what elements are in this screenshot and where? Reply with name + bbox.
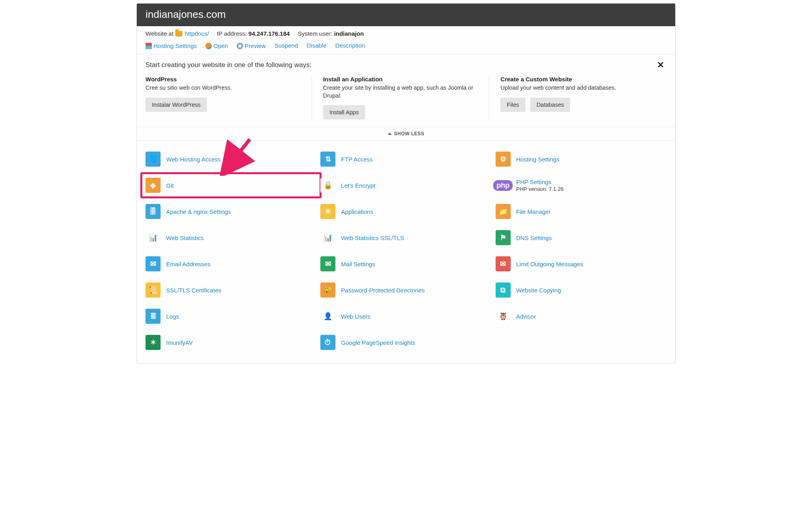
tool-label[interactable]: Web Statistics xyxy=(166,234,204,241)
gauge-icon: ⏱ xyxy=(320,335,335,350)
tool-mail-settings[interactable]: ✉ Mail Settings xyxy=(320,255,491,273)
folder-icon xyxy=(175,31,182,37)
tool-apache-nginx[interactable]: 🗄 Apache & nginx Settings xyxy=(146,203,316,220)
app-title: Install an Application xyxy=(323,76,478,83)
tool-label[interactable]: Hosting Settings xyxy=(516,156,559,163)
tool-logs[interactable]: ≣ Logs xyxy=(146,307,316,325)
shield-icon: ✶ xyxy=(146,335,161,350)
tool-email-addresses[interactable]: ✉ Email Addresses xyxy=(146,255,316,273)
sysuser-group: System user: indianajon xyxy=(298,30,364,37)
docroot-link[interactable]: httpdocs/ xyxy=(185,30,209,37)
tool-label[interactable]: Let's Encrypt xyxy=(341,182,375,189)
hosting-icon: ⚙ xyxy=(496,152,511,167)
tool-web-hosting-access[interactable]: 🌐 Web Hosting Access xyxy=(146,150,316,168)
create-wordpress: WordPress Cree su sitio web con WordPres… xyxy=(146,76,312,119)
install-apps-button[interactable]: Install Apps xyxy=(323,105,365,119)
tool-pagespeed[interactable]: ⏱ Google PageSpeed Insights xyxy=(320,334,491,351)
install-wordpress-button[interactable]: Instalar WordPress xyxy=(146,98,207,112)
toolbar-preview[interactable]: Preview xyxy=(237,42,266,49)
tool-label[interactable]: Limit Outgoing Messages xyxy=(516,261,583,267)
tool-dns-settings[interactable]: ⚑ DNS Settings xyxy=(496,229,666,246)
tool-label[interactable]: PHP Settings xyxy=(516,179,552,185)
tool-advisor[interactable]: 🦉 Advisor xyxy=(496,307,666,325)
tool-web-statistics[interactable]: 📊 Web Statistics xyxy=(146,229,316,246)
tool-git[interactable]: ◈ Git xyxy=(140,172,322,198)
sysuser-value: indianajon xyxy=(334,30,364,37)
owl-icon: 🦉 xyxy=(496,309,511,324)
toolbar-description[interactable]: Description xyxy=(335,42,365,49)
toolbar-suspend[interactable]: Suspend xyxy=(274,42,298,49)
tool-label[interactable]: Google PageSpeed Insights xyxy=(341,339,415,346)
tool-ftp-access[interactable]: ⇅ FTP Access xyxy=(320,150,491,168)
open-icon xyxy=(205,43,212,49)
tool-label[interactable]: Advisor xyxy=(516,313,536,320)
tool-label[interactable]: Git xyxy=(166,182,174,189)
mail-limit-icon: ✉ xyxy=(496,256,511,271)
tool-label[interactable]: Password-Protected Directories xyxy=(341,287,425,294)
tool-php-settings[interactable]: php PHP Settings PHP version: 7.1.26 xyxy=(496,177,666,194)
tool-limit-outgoing[interactable]: ✉ Limit Outgoing Messages xyxy=(496,255,666,273)
user-globe-icon: 👤 xyxy=(320,309,335,324)
tool-imunifyav[interactable]: ✶ ImunifyAV xyxy=(146,334,316,351)
tool-label[interactable]: Applications xyxy=(341,208,373,215)
globe-flag-icon: 🌐 xyxy=(146,152,161,167)
tool-label[interactable]: ImunifyAV xyxy=(166,339,193,346)
custom-title: Create a Custom Website xyxy=(500,76,655,83)
domain-panel: indianajones.com Website at httpdocs/ IP… xyxy=(136,3,676,363)
close-intro-button[interactable]: ✕ xyxy=(655,60,666,70)
mail-icon: ✉ xyxy=(146,256,161,271)
tool-label[interactable]: SSL/TLS Certificates xyxy=(166,287,221,294)
intro-heading: Start creating your website in one of th… xyxy=(146,61,312,69)
show-less-toggle[interactable]: SHOW LESS xyxy=(137,127,675,141)
tool-label[interactable]: Website Copying xyxy=(516,287,561,294)
tool-label[interactable]: FTP Access xyxy=(341,156,373,163)
create-install-app: Install an Application Create your site … xyxy=(312,76,489,119)
toolbar: Hosting Settings Open Preview Suspend Di… xyxy=(137,40,675,54)
ip-value: 94.247.176.184 xyxy=(249,30,290,37)
tool-label[interactable]: DNS Settings xyxy=(516,234,552,241)
php-icon: php xyxy=(496,178,511,193)
databases-button[interactable]: Databases xyxy=(530,98,570,112)
website-at: Website at httpdocs/ xyxy=(146,30,209,37)
preview-icon xyxy=(237,43,243,49)
tool-website-copying[interactable]: ⧉ Website Copying xyxy=(496,281,666,299)
tool-label[interactable]: File Manager xyxy=(516,208,551,215)
tool-file-manager[interactable]: 📁 File Manager xyxy=(496,203,666,220)
tool-applications[interactable]: ✳ Applications xyxy=(320,203,491,220)
tool-label[interactable]: Web Hosting Access xyxy=(166,156,220,163)
tool-password-dirs[interactable]: 🔐 Password-Protected Directories xyxy=(320,281,491,299)
ip-group: IP address: 94.247.176.184 xyxy=(217,30,290,37)
tool-label[interactable]: Web Statistics SSL/TLS xyxy=(341,234,404,241)
bars-lock-icon: 📊 xyxy=(320,230,335,245)
flag-icon: ⚑ xyxy=(496,230,511,245)
wp-title: WordPress xyxy=(146,76,301,83)
tool-label[interactable]: Mail Settings xyxy=(341,261,375,267)
certificate-icon: 📜 xyxy=(146,282,161,298)
toolbar-hosting-settings[interactable]: Hosting Settings xyxy=(146,42,197,49)
tool-label[interactable]: Web Users xyxy=(341,313,370,320)
tool-label[interactable]: Email Addresses xyxy=(166,261,211,267)
tools-grid: 🌐 Web Hosting Access ⇅ FTP Access ⚙ Host… xyxy=(137,141,675,363)
intro-row: Start creating your website in one of th… xyxy=(137,54,675,73)
locked-folder-icon: 🔐 xyxy=(320,282,335,298)
tool-label[interactable]: Logs xyxy=(166,313,179,320)
server-icon: 🗄 xyxy=(146,204,161,219)
toolbar-open[interactable]: Open xyxy=(205,42,228,49)
tool-web-users[interactable]: 👤 Web Users xyxy=(320,307,491,325)
tools-icon xyxy=(146,43,152,49)
titlebar: indianajones.com xyxy=(137,4,675,26)
toolbar-disable[interactable]: Disable xyxy=(307,42,327,49)
ftp-icon: ⇅ xyxy=(320,152,335,167)
git-icon: ◈ xyxy=(146,178,161,193)
files-button[interactable]: Files xyxy=(500,98,525,112)
tool-ssl-certificates[interactable]: 📜 SSL/TLS Certificates xyxy=(146,281,316,299)
domain-name: indianajones.com xyxy=(146,8,226,20)
sysuser-label: System user: xyxy=(298,30,333,37)
php-version: PHP version: 7.1.26 xyxy=(516,186,564,192)
logs-icon: ≣ xyxy=(146,309,161,324)
tool-web-statistics-ssl[interactable]: 📊 Web Statistics SSL/TLS xyxy=(320,229,491,246)
tool-hosting-settings[interactable]: ⚙ Hosting Settings xyxy=(496,150,666,168)
tool-label[interactable]: Apache & nginx Settings xyxy=(166,208,231,215)
tool-lets-encrypt[interactable]: 🔒 Let's Encrypt xyxy=(320,177,491,194)
bars-icon: 📊 xyxy=(146,230,161,245)
